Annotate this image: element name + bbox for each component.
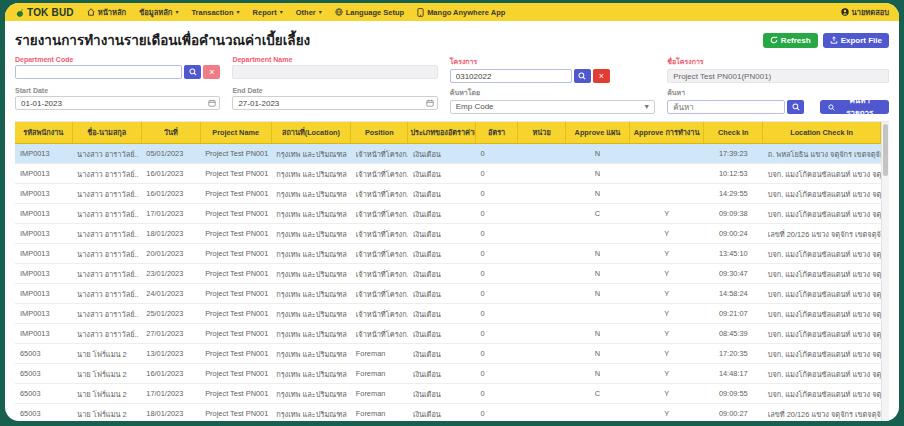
column-header[interactable]: Approve แผน xyxy=(565,122,629,144)
table-row[interactable]: IMP0013นางสาว อาราวัลย์..17/01/2023Proje… xyxy=(15,204,881,224)
table-row[interactable]: IMP0013นางสาว อาราวัลย์..25/01/2023Proje… xyxy=(15,304,881,324)
table-row[interactable]: 65003นาย โฟร์แมน 216/01/2023Project Test… xyxy=(15,364,881,384)
table-row[interactable]: IMP0013นางสาว อาราวัลย์..05/01/2023Proje… xyxy=(15,144,881,164)
navbar: TOK BUD หน้าหลัก ข้อมูลหลัก ▾ Transactio… xyxy=(5,3,899,21)
table-cell: Y xyxy=(629,284,703,304)
search-list-button[interactable]: ค้นหารายการ xyxy=(820,100,889,114)
column-header[interactable]: Project Name xyxy=(200,122,271,144)
content: รายงานการทำงานรายเดือนเพื่อคำนวณค่าเบี้ย… xyxy=(5,21,899,421)
table-cell: C xyxy=(565,384,629,404)
project-code-input[interactable] xyxy=(450,69,572,83)
table-cell: เงินเดือน xyxy=(408,204,476,224)
column-header[interactable]: หน่วย xyxy=(518,122,566,144)
table-row[interactable]: IMP0013นางสาว อาราวัลย์..20/01/2023Proje… xyxy=(15,244,881,264)
app-frame: TOK BUD หน้าหลัก ข้อมูลหลัก ▾ Transactio… xyxy=(0,0,904,426)
table-cell: Y xyxy=(629,224,703,244)
app-card: TOK BUD หน้าหลัก ข้อมูลหลัก ▾ Transactio… xyxy=(5,3,899,421)
column-header[interactable]: ชื่อ-นามสกุล xyxy=(72,122,141,144)
table-row[interactable]: IMP0013นางสาว อาราวัลย์..23/01/2023Proje… xyxy=(15,264,881,284)
calendar-icon[interactable] xyxy=(208,99,216,107)
table-cell: 0 xyxy=(475,164,517,184)
scrollbar-thumb[interactable] xyxy=(883,124,888,176)
column-header[interactable]: ประเภทของอัตราค่าแรง xyxy=(408,122,476,144)
table-cell: นางสาว อาราวัลย์.. xyxy=(72,164,141,184)
table-cell: IMP0013 xyxy=(15,164,72,184)
department-code-input[interactable] xyxy=(15,65,182,79)
table-cell: 20/01/2023 xyxy=(141,244,200,264)
project-clear-button[interactable]: × xyxy=(593,69,610,83)
table-cell: 0 xyxy=(475,144,517,164)
table-cell: 0 xyxy=(475,224,517,244)
export-icon xyxy=(830,36,838,44)
project-search-button[interactable] xyxy=(574,69,591,83)
table-row[interactable]: IMP0013นางสาว อาราวัลย์..24/01/2023Proje… xyxy=(15,284,881,304)
column-header[interactable]: วันที่ xyxy=(141,122,200,144)
column-header[interactable]: Approve การทำงาน xyxy=(629,122,703,144)
keyword-search-button[interactable] xyxy=(787,100,804,114)
table-row[interactable]: IMP0013นางสาว อาราวัลย์..16/01/2023Proje… xyxy=(15,164,881,184)
nav-item-label: หน้าหลัก xyxy=(98,6,126,18)
table-cell: เจ้าหน้าที่โครงก.. xyxy=(351,224,408,244)
chevron-down-icon: ▾ xyxy=(237,9,240,15)
table-cell: 08:45:39 xyxy=(704,324,763,344)
brand[interactable]: TOK BUD xyxy=(15,7,74,18)
column-header[interactable]: Position xyxy=(351,122,408,144)
column-header[interactable]: อัตรา xyxy=(475,122,517,144)
table-row[interactable]: IMP0013นางสาว อาราวัลย์..27/01/2023Proje… xyxy=(15,324,881,344)
project-name-field: ชื่อโครงการ xyxy=(667,56,889,83)
column-header[interactable]: สถานที่(Location) xyxy=(271,122,351,144)
refresh-button[interactable]: Refresh xyxy=(763,33,818,48)
table-cell xyxy=(565,404,629,422)
table-row[interactable]: IMP0013นางสาว อาราวัลย์..18/01/2023Proje… xyxy=(15,224,881,244)
search-by-select[interactable]: Emp Code ▼ xyxy=(450,100,655,114)
export-file-button[interactable]: Export File xyxy=(823,33,889,48)
nav-item-mango-anywhere-app[interactable]: Mango Anywhere App xyxy=(417,8,505,17)
nav-item-other[interactable]: Other ▾ xyxy=(296,8,322,17)
table-row[interactable]: IMP0013นางสาว อาราวัลย์..16/01/2023Proje… xyxy=(15,184,881,204)
project-name-input xyxy=(667,69,889,83)
table-row[interactable]: 65003นาย โฟร์แมน 217/01/2023Project Test… xyxy=(15,384,881,404)
user-menu[interactable]: นายทดสอบ xyxy=(841,6,889,18)
table-cell: บจก. แมงโก้คอนซัลแตนท์ แขวง จตุจักร เ.. xyxy=(763,184,881,204)
column-header[interactable]: Check In xyxy=(704,122,763,144)
calendar-icon[interactable] xyxy=(426,99,434,107)
table-cell: เงินเดือน xyxy=(408,384,476,404)
table-cell: กรุงเทพ และปริมณฑล xyxy=(271,344,351,364)
nav-item-home[interactable]: หน้าหลัก xyxy=(87,6,126,18)
table-cell xyxy=(518,224,566,244)
table-cell: เงินเดือน xyxy=(408,264,476,284)
table-cell: 13/01/2023 xyxy=(141,344,200,364)
department-code-search-button[interactable] xyxy=(184,65,201,79)
nav-item-transaction[interactable]: Transaction ▾ xyxy=(191,8,239,17)
table-cell: Project Test PN001 xyxy=(200,284,271,304)
table-cell: กรุงเทพ และปริมณฑล xyxy=(271,224,351,244)
table-cell: กรุงเทพ และปริมณฑล xyxy=(271,264,351,284)
nav-item-report[interactable]: Report ▾ xyxy=(253,8,283,17)
table-cell: N xyxy=(565,284,629,304)
nav-item-master-data[interactable]: ข้อมูลหลัก ▾ xyxy=(139,6,178,18)
column-header[interactable]: Location Check In xyxy=(763,122,881,144)
search-by-value: Emp Code xyxy=(450,100,655,114)
department-code-clear-button[interactable]: × xyxy=(203,65,220,79)
table-cell: นาย โฟร์แมน 2 xyxy=(72,364,141,384)
start-date-input[interactable] xyxy=(15,96,220,110)
table-cell: Y xyxy=(629,324,703,344)
end-date-label: End Date xyxy=(232,87,437,94)
keyword-input[interactable] xyxy=(667,100,785,114)
table-body: IMP0013นางสาว อาราวัลย์..05/01/2023Proje… xyxy=(15,144,881,422)
end-date-input[interactable] xyxy=(232,96,437,110)
table-cell: บจก. แมงโก้คอนซัลแตนท์ แขวง จตุจักร เ.. xyxy=(763,284,881,304)
vertical-scrollbar[interactable] xyxy=(881,122,889,421)
table-row[interactable]: 65003นาย โฟร์แมน 218/01/2023Project Test… xyxy=(15,404,881,422)
nav-item-label: Mango Anywhere App xyxy=(427,8,505,17)
table-cell: Project Test PN001 xyxy=(200,204,271,224)
table-row[interactable]: 65003นาย โฟร์แมน 213/01/2023Project Test… xyxy=(15,344,881,364)
table-cell: กรุงเทพ และปริมณฑล xyxy=(271,404,351,422)
page-title: รายงานการทำงานรายเดือนเพื่อคำนวณค่าเบี้ย… xyxy=(15,29,310,51)
column-header[interactable]: รหัสพนักงาน xyxy=(15,122,72,144)
table-cell: 09:30:47 xyxy=(704,264,763,284)
table-cell: Project Test PN001 xyxy=(200,144,271,164)
nav-item-language-setup[interactable]: Language Setup xyxy=(335,8,404,17)
table-cell: N xyxy=(565,324,629,344)
table-cell xyxy=(518,364,566,384)
